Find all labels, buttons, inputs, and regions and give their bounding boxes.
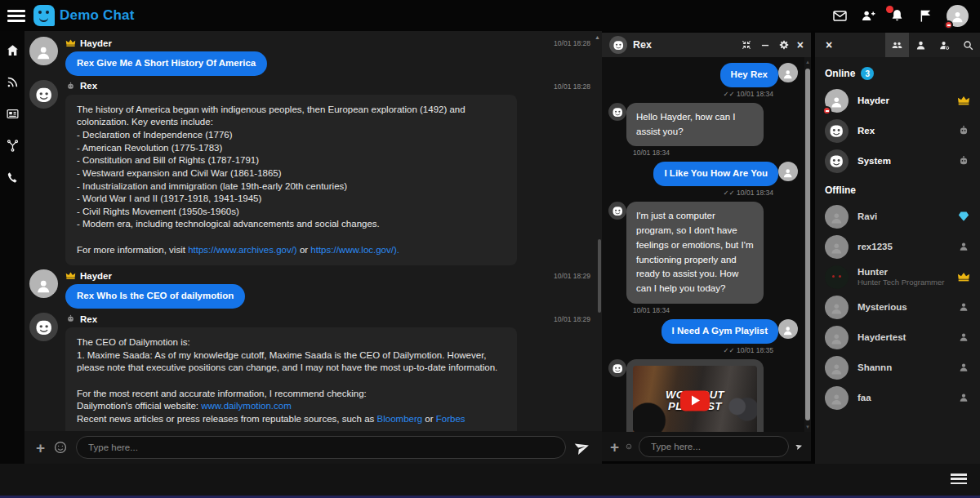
- main-chat-scrollbar[interactable]: [598, 239, 601, 313]
- ravi-avatar: [825, 205, 849, 229]
- home-icon[interactable]: [6, 43, 20, 57]
- person-icon: [829, 92, 844, 113]
- message-content: HayderRex Give Me A Short History Of Ame…: [65, 37, 267, 76]
- message-line: - Declaration of Independence (1776): [77, 129, 506, 142]
- tab-search[interactable]: [956, 33, 980, 57]
- link[interactable]: Forbes: [436, 414, 466, 424]
- popup-scroll-up-icon[interactable]: ▲: [804, 60, 811, 64]
- message-line: Dailymotion's official website: www.dail…: [77, 400, 506, 413]
- person-icon: [34, 274, 52, 299]
- message-text: - American Revolution (1775-1783): [77, 143, 222, 153]
- user-row-hunter[interactable]: HunterHunter Tech Programmer: [825, 265, 970, 289]
- popup-send-button[interactable]: [793, 438, 805, 456]
- user-row-mysterious[interactable]: Mysterious: [825, 295, 970, 319]
- phone-icon[interactable]: [6, 171, 20, 185]
- user-row-haydertest[interactable]: Haydertest: [825, 325, 970, 349]
- video-thumbnail[interactable]: WORKOUT PLAYLIST: [633, 366, 757, 432]
- compress-icon[interactable]: [741, 39, 752, 51]
- play-button-icon[interactable]: [680, 390, 710, 411]
- link[interactable]: www.dailymotion.com: [201, 401, 292, 411]
- close-icon[interactable]: ×: [797, 39, 804, 51]
- popup-attach-plus-button[interactable]: +: [610, 439, 619, 455]
- popup-emoji-picker-button[interactable]: [626, 439, 632, 454]
- sender-name: Hayder: [80, 38, 112, 48]
- user-avatar[interactable]: [947, 5, 969, 27]
- message-text: - Constitution and Bill of Rights (1787-…: [77, 155, 259, 165]
- minimize-icon[interactable]: [760, 39, 771, 51]
- popup-timestamp: 10/01 18:34: [633, 306, 798, 314]
- crown-icon: [957, 95, 970, 106]
- message-line: - American Revolution (1775-1783): [77, 142, 506, 155]
- person-status-icon: [938, 39, 951, 51]
- busy-status-badge: [944, 20, 953, 29]
- user-row-rex[interactable]: Rex: [825, 118, 970, 143]
- sender-name: Rex: [80, 81, 97, 91]
- sidebar-close-icon[interactable]: ×: [815, 33, 843, 57]
- user-name-wrap: Rex: [858, 126, 875, 136]
- message-text: For the most recent and accurate informa…: [77, 389, 367, 398]
- settings-icon[interactable]: [778, 39, 790, 51]
- news-icon[interactable]: [6, 107, 20, 121]
- message-text: - Modern era, including technological ad…: [77, 219, 380, 229]
- person-icon: [957, 331, 970, 343]
- message-text: or: [422, 414, 436, 424]
- bottom-menu-hamburger-icon[interactable]: [951, 474, 967, 484]
- sender-row: Hayder: [65, 37, 267, 49]
- tab-group[interactable]: [885, 33, 909, 57]
- popup-message-bubble: Hey Rex: [720, 63, 778, 87]
- message-text: - Civil Rights Movement (1950s-1960s): [77, 207, 239, 216]
- person-icon: [782, 66, 794, 82]
- popup-message-row: WORKOUT PLAYLIST: [608, 359, 798, 432]
- scroll-up-icon[interactable]: ▲: [595, 34, 600, 40]
- add-user-icon[interactable]: [861, 8, 876, 24]
- tab-person-status[interactable]: [933, 33, 956, 57]
- avatar-column: [29, 37, 59, 76]
- emoji-picker-button[interactable]: [53, 440, 68, 455]
- attach-plus-button[interactable]: +: [36, 440, 45, 456]
- tab-person[interactable]: [909, 33, 933, 57]
- fork-icon[interactable]: [6, 139, 20, 153]
- popup-chat-header[interactable]: Rex ×: [602, 33, 811, 57]
- top-bar: Demo Chat: [0, 0, 980, 31]
- popup-scrollbar-thumb[interactable]: [805, 69, 810, 420]
- user-row-shannn[interactable]: Shannn: [825, 355, 970, 380]
- person-icon: [829, 359, 844, 380]
- link[interactable]: https://www.archives.gov/): [188, 245, 297, 255]
- popup-message-row: Hey Rex: [608, 63, 798, 87]
- mysterious-avatar: [825, 296, 849, 319]
- user-row-ravi[interactable]: Ravi: [825, 204, 970, 229]
- mail-icon[interactable]: [832, 8, 848, 24]
- notifications-icon[interactable]: [889, 8, 905, 24]
- send-button[interactable]: [572, 437, 592, 457]
- popup-message-input[interactable]: [639, 436, 789, 457]
- message-text: Recent news articles or press releases f…: [77, 414, 377, 424]
- sender-name: Hayder: [80, 271, 112, 281]
- user-row-system[interactable]: System: [825, 149, 970, 173]
- main-chat-input-bar: +: [24, 431, 602, 464]
- user-row-rex1235[interactable]: rex1235: [825, 234, 970, 259]
- person-icon: [782, 165, 794, 181]
- message-line: - Civil Rights Movement (1950s-1960s): [77, 206, 506, 219]
- user-row-faa[interactable]: faa: [825, 385, 970, 410]
- person-icon: [915, 39, 927, 51]
- message-line: Recent news articles or press releases f…: [77, 413, 506, 426]
- message-row: HayderRex Who Is the CEO of dailymotion1…: [29, 269, 590, 309]
- flag-icon[interactable]: [918, 8, 933, 24]
- rex-avatar: [29, 313, 58, 341]
- feed-icon[interactable]: [6, 75, 20, 89]
- user-name: Hayder: [858, 96, 889, 105]
- user-name-wrap: Mysterious: [858, 302, 907, 312]
- user-row-hayder[interactable]: Hayder: [825, 88, 970, 113]
- popup-scroll-down-icon[interactable]: ▼: [804, 425, 811, 429]
- popup-scrollbar[interactable]: ▲ ▼: [804, 57, 811, 432]
- app-logo[interactable]: Demo Chat: [33, 5, 135, 26]
- message-bubble: Rex Give Me A Short History Of America: [65, 51, 267, 76]
- person-icon: [782, 322, 794, 339]
- main-message-input[interactable]: [76, 436, 566, 459]
- link[interactable]: https://www.loc.gov/).: [310, 245, 399, 255]
- user-name: Haydertest: [858, 332, 906, 342]
- menu-hamburger-icon[interactable]: [7, 10, 25, 22]
- sender-row: Hayder: [65, 269, 245, 282]
- user-name: rex1235: [858, 242, 893, 251]
- link[interactable]: Bloomberg: [377, 414, 423, 424]
